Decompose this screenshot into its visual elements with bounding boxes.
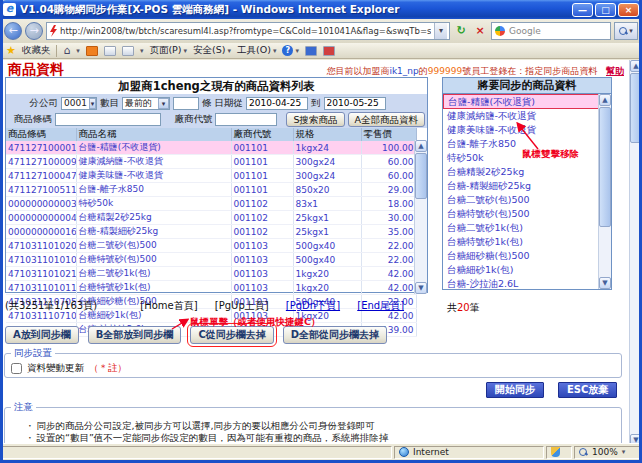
table-cell: 22.00 xyxy=(361,239,416,253)
table-cell: 0000000000048 xyxy=(6,211,76,225)
branch-label: 分公司 xyxy=(8,97,58,110)
table-cell: 001101 xyxy=(231,155,293,169)
products-table-wrap: 商品條碼商品名稱廠商代號規格零售價 4711271000014台鹽-精鹽(不收退… xyxy=(6,128,427,294)
search-products-button[interactable]: S搜索商品 xyxy=(286,112,344,127)
table-cell: 001102 xyxy=(231,211,293,225)
page-home[interactable]: [Home首頁] xyxy=(140,300,197,311)
help-menu[interactable]: ?▾ xyxy=(282,45,299,56)
scroll-down-icon[interactable]: ▼ xyxy=(415,282,427,294)
sync-list-item[interactable]: 台鹽-精鹽(不收退貨) xyxy=(443,94,611,109)
sync-list-item[interactable]: 台糖精製2砂25kg xyxy=(443,165,611,179)
home-dropdown-icon[interactable]: ▾ xyxy=(76,47,80,55)
forward-button[interactable]: → xyxy=(25,22,43,40)
table-scrollbar[interactable]: ▲ ▼ xyxy=(414,140,427,294)
minimize-button[interactable]: — xyxy=(572,3,593,17)
all-products-button[interactable]: A全部商品資料 xyxy=(348,112,426,127)
sync-list-item[interactable]: 台糖特號砂1k(包) xyxy=(443,235,611,249)
table-row[interactable]: 4710311010112台糖特號砂1k(包)0011031kgx2042.00 xyxy=(6,281,416,295)
scroll-up-icon[interactable]: ▲ xyxy=(415,140,427,152)
scrollbar-thumb[interactable] xyxy=(599,107,611,227)
scroll-up-icon[interactable]: ▲ xyxy=(630,60,642,72)
table-row[interactable]: 0000000000048台糖精製2砂25kg00110225kgx130.00 xyxy=(6,211,416,225)
date-to-input[interactable] xyxy=(324,97,386,110)
sync-list-item[interactable]: 台糖-沙拉油2.6L xyxy=(443,277,611,290)
search-button[interactable]: ▾ xyxy=(614,22,638,40)
branch-select[interactable]: 0001▾ xyxy=(61,97,97,110)
stop-button[interactable]: × xyxy=(472,22,488,40)
ie-logo-icon: e xyxy=(3,3,16,16)
page-down-link[interactable]: [PgDn下頁] xyxy=(286,300,340,311)
table-row[interactable]: 4710311010211台糖二號砂1k(包)0011031kgx2042.00 xyxy=(6,267,416,281)
table-cell: 4710311010211 xyxy=(6,267,76,281)
feeds-icon[interactable] xyxy=(86,46,98,56)
sync-list-item[interactable]: 台糖二號砂1k(包) xyxy=(443,221,611,235)
scroll-up-icon[interactable]: ▲ xyxy=(599,94,611,106)
sync-panel-title: 將要同步的商品資料 xyxy=(442,77,612,93)
chevron-down-icon[interactable]: ▾ xyxy=(158,98,169,109)
scroll-down-icon[interactable]: ▼ xyxy=(599,277,611,289)
mail-icon[interactable] xyxy=(104,46,116,56)
sync-list-item[interactable]: 台糖特號砂(包)500 xyxy=(443,207,611,221)
page-up[interactable]: [PgUp上頁] xyxy=(215,300,269,311)
table-cell: 台糖特號砂1k(包) xyxy=(76,281,231,295)
vendor-input[interactable] xyxy=(215,113,277,126)
table-row[interactable]: 4711271005118台鹽-離子水850001101850x2029.00 xyxy=(6,183,416,197)
maximize-button[interactable]: □ xyxy=(595,3,616,17)
home-button[interactable]: ⌂ xyxy=(63,44,70,57)
address-dropdown-icon[interactable]: ▾ xyxy=(434,23,447,39)
data-update-checkbox[interactable] xyxy=(11,363,22,374)
table-row[interactable]: 4710311010204台糖二號砂(包)500001103500gx4022.… xyxy=(6,239,416,253)
print-dropdown-icon[interactable]: ▾ xyxy=(140,47,144,55)
barcode-label: 商品條碼 xyxy=(8,113,52,126)
table-row[interactable]: 4711271000090健康減納鹽-不收退貨001101300gx2460.0… xyxy=(6,155,416,169)
title-bar[interactable]: e V1.04購物網同步作業[X-POS 雲端商務網] - Windows In… xyxy=(0,0,642,19)
favorites-button[interactable]: 收藏夹 xyxy=(22,44,51,57)
back-button[interactable]: ← xyxy=(4,22,22,40)
table-row[interactable]: 4711271000472健康美味鹽-不收退貨001101300gx2460.0… xyxy=(6,169,416,183)
addon-icon[interactable] xyxy=(305,46,317,56)
count-select[interactable]: 最前的▾ xyxy=(122,97,170,110)
sync-list-item[interactable]: 台糖細砂糖(包)500 xyxy=(443,249,611,263)
sync-list-item[interactable]: 台糖細砂1k(包) xyxy=(443,263,611,277)
page-end-link[interactable]: [End尾頁] xyxy=(357,300,404,311)
scrollbar-thumb[interactable] xyxy=(630,73,642,143)
page-scrollbar[interactable]: ▲ ▼ xyxy=(629,60,642,446)
search-input-value[interactable]: Google xyxy=(509,26,541,36)
pagination: (共3251筆1/163頁) [Home首頁] [PgUp上頁] [PgDn下頁… xyxy=(5,299,418,313)
table-cell: 42.00 xyxy=(361,267,416,281)
date-from-input[interactable] xyxy=(246,97,308,110)
table-cell: 0000000000161 xyxy=(6,225,76,239)
addon2-icon[interactable] xyxy=(323,46,335,56)
address-field[interactable]: http://win2008/tw/btch/scaresuml4l.asp?f… xyxy=(46,22,450,40)
esc-cancel-button[interactable]: ESC放棄 xyxy=(558,382,617,398)
table-cell: 83x1 xyxy=(293,197,361,211)
sync-list-item[interactable]: 台糖二號砂(包)500 xyxy=(443,193,611,207)
print-icon[interactable] xyxy=(122,46,134,56)
count-input[interactable] xyxy=(173,97,199,110)
search-box[interactable]: Google xyxy=(491,22,611,40)
zoom-dropdown-icon[interactable]: ▾ xyxy=(622,448,626,456)
table-row[interactable]: 4710311010105台糖特號砂(包)500001103500gx4022.… xyxy=(6,253,416,267)
sync-list-item[interactable]: 台糖-精製細砂25kg xyxy=(443,179,611,193)
help-link[interactable]: 幫助 xyxy=(606,66,624,76)
sync-list-scrollbar[interactable]: ▲ ▼ xyxy=(598,94,611,289)
close-button[interactable]: × xyxy=(618,3,639,17)
start-sync-button[interactable]: 開始同步 xyxy=(486,382,544,398)
tools-menu[interactable]: 工具(O)▾ xyxy=(237,44,276,57)
search-dropdown-icon[interactable]: ▾ xyxy=(629,27,633,35)
table-row[interactable]: 4711271000014台鹽-精鹽(不收退貨)0011011kgx24100.… xyxy=(6,141,416,155)
page-menu[interactable]: 页面(P)▾ xyxy=(149,44,187,57)
table-row[interactable]: 0000000000161台糖-精製細砂25kg00110225kgx135.0… xyxy=(6,225,416,239)
zoom-magnifier-icon xyxy=(579,448,588,457)
chevron-down-icon[interactable]: ▾ xyxy=(89,98,96,109)
table-cell: 850x20 xyxy=(293,183,361,197)
protected-mode-pane xyxy=(546,446,572,459)
remove-hint-arrow xyxy=(500,118,544,152)
action-button-a[interactable]: A放到同步欄 xyxy=(5,326,79,344)
zoom-control[interactable]: 100% ▾ xyxy=(574,446,640,459)
safety-menu[interactable]: 安全(S)▾ xyxy=(193,44,231,57)
barcode-input[interactable] xyxy=(55,113,161,126)
scrollbar-thumb[interactable] xyxy=(415,153,427,199)
refresh-button[interactable]: ↻ xyxy=(453,22,469,40)
table-row[interactable]: 0000000000031特砂50k00110283x118.00 xyxy=(6,197,416,211)
